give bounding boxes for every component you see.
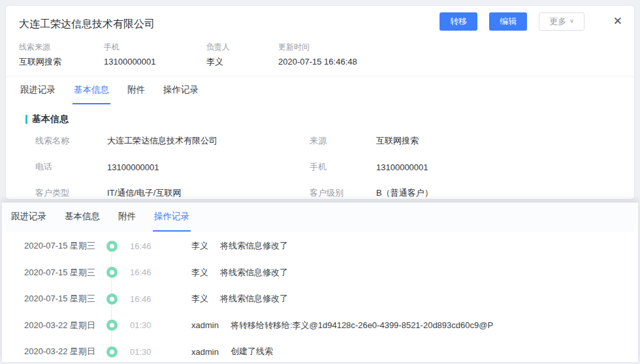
detail-tabs: 跟进记录 基本信息 附件 操作记录 — [6, 77, 634, 104]
tab-followup-records[interactable]: 跟进记录 — [10, 203, 48, 232]
timeline-marker — [100, 267, 123, 278]
field-customer-level: 客户级别 B（普通客户） — [310, 187, 621, 199]
field-label: 客户级别 — [310, 187, 376, 199]
timeline-action: 将线索信息修改了 — [220, 240, 288, 252]
timeline-action: 将转移给转移给:李义@1d94128c-26e0-4399-8521-20d89… — [231, 320, 493, 331]
timeline-dot-icon — [106, 294, 118, 305]
timeline-time: 16:46 — [123, 241, 191, 251]
timeline-user: xadmin — [191, 320, 219, 330]
timeline-row: 2020-07-15 星期三 16:46 李义 将线索信息修改了 — [2, 286, 638, 312]
operation-log-panel: 跟进记录 基本信息 附件 操作记录 2020-07-15 星期三 16:46 李… — [1, 202, 639, 363]
section-title-text: 基本信息 — [32, 114, 69, 125]
timeline-time: 16:46 — [123, 294, 191, 304]
basic-info-section: 基本信息 线索名称 大连工荣达信息技术有限公司 来源 互联网搜索 电话 1310… — [6, 104, 634, 200]
timeline-dot-icon — [106, 241, 118, 252]
field-label: 电话 — [35, 161, 107, 173]
timeline-dot-icon — [106, 267, 118, 278]
timeline-time: 01:30 — [123, 347, 191, 357]
timeline-row: 2020-03-22 星期日 01:30 xadmin 创建了线索 — [2, 339, 638, 364]
field-customer-type: 客户类型 IT/通信/电子/互联网 — [19, 187, 310, 199]
timeline-row: 2020-03-22 星期日 01:30 xadmin 将转移给转移给:李义@1… — [2, 312, 638, 339]
summary-value: 2020-07-15 16:46:48 — [278, 54, 357, 70]
summary-label: 手机 — [104, 41, 206, 53]
timeline-marker — [100, 346, 123, 357]
info-row: 线索名称 大连工荣达信息技术有限公司 来源 互联网搜索 — [19, 128, 621, 154]
timeline-date: 2020-07-15 星期三 — [24, 293, 100, 305]
operation-panel-tabs: 跟进记录 基本信息 附件 操作记录 — [2, 203, 638, 232]
tab-attachments[interactable]: 附件 — [117, 203, 137, 232]
summary-owner: 负责人 李义 — [206, 41, 278, 70]
field-value: B（普通客户） — [376, 187, 433, 199]
more-button-label: 更多 — [549, 16, 566, 27]
timeline-user: 李义 — [191, 240, 208, 252]
operation-timeline: 2020-07-15 星期三 16:46 李义 将线索信息修改了 2020-07… — [2, 232, 638, 364]
summary-updated-time: 更新时间 2020-07-15 16:46:48 — [278, 41, 357, 70]
timeline-user: xadmin — [191, 347, 219, 357]
info-row: 电话 13100000001 手机 13100000001 — [19, 154, 621, 180]
field-label: 客户类型 — [35, 187, 107, 199]
field-source: 来源 互联网搜索 — [310, 135, 621, 147]
timeline-dot-icon — [106, 346, 118, 357]
timeline-user: 李义 — [191, 293, 208, 305]
card-header: 大连工荣达信息技术有限公司 转移 编辑 更多∨ ✕ — [6, 6, 634, 36]
field-mobile: 手机 13100000001 — [310, 161, 621, 173]
field-label: 手机 — [310, 161, 376, 173]
lead-detail-card: 大连工荣达信息技术有限公司 转移 编辑 更多∨ ✕ 线索来源 互联网搜索 手机 … — [5, 5, 635, 200]
lead-summary: 线索来源 互联网搜索 手机 13100000001 负责人 李义 更新时间 20… — [6, 36, 634, 70]
tab-attachments[interactable]: 附件 — [126, 77, 146, 104]
tab-operation-records[interactable]: 操作记录 — [162, 77, 200, 104]
field-phone: 电话 13100000001 — [19, 161, 310, 173]
timeline-action: 创建了线索 — [231, 346, 273, 357]
field-value: 互联网搜索 — [376, 135, 419, 147]
close-icon[interactable]: ✕ — [613, 12, 622, 31]
field-value: IT/通信/电子/互联网 — [107, 187, 181, 199]
more-button[interactable]: 更多∨ — [539, 12, 584, 31]
summary-value: 13100000001 — [104, 54, 206, 70]
timeline-marker — [100, 241, 123, 252]
timeline-time: 16:46 — [123, 267, 191, 277]
summary-lead-source: 线索来源 互联网搜索 — [19, 41, 104, 70]
summary-label: 更新时间 — [278, 41, 357, 53]
summary-mobile: 手机 13100000001 — [104, 41, 206, 70]
timeline-date: 2020-07-15 星期三 — [24, 240, 100, 252]
summary-value: 互联网搜索 — [19, 54, 104, 70]
timeline-row: 2020-07-15 星期三 16:46 李义 将线索信息修改了 — [2, 233, 638, 260]
timeline-date: 2020-07-15 星期三 — [24, 267, 100, 279]
tab-operation-records[interactable]: 操作记录 — [153, 203, 191, 232]
timeline-user: 李义 — [191, 267, 208, 279]
timeline-marker — [100, 294, 123, 305]
timeline-date: 2020-03-22 星期日 — [24, 346, 100, 357]
field-lead-name: 线索名称 大连工荣达信息技术有限公司 — [19, 135, 310, 147]
field-value: 大连工荣达信息技术有限公司 — [107, 135, 217, 147]
summary-value: 李义 — [206, 54, 278, 70]
info-row: 客户类型 IT/通信/电子/互联网 客户级别 B（普通客户） — [19, 180, 621, 200]
tab-basic-info[interactable]: 基本信息 — [72, 77, 110, 104]
timeline-time: 01:30 — [123, 320, 191, 330]
transfer-button[interactable]: 转移 — [440, 12, 477, 31]
section-title: 基本信息 — [25, 114, 621, 125]
tab-followup-records[interactable]: 跟进记录 — [19, 77, 57, 104]
summary-label: 负责人 — [206, 41, 278, 53]
summary-label: 线索来源 — [19, 41, 104, 53]
timeline-dot-icon — [106, 320, 118, 331]
timeline-date: 2020-03-22 星期日 — [24, 320, 100, 331]
timeline-marker — [100, 320, 123, 331]
field-label: 来源 — [310, 135, 376, 147]
field-value: 13100000001 — [107, 162, 159, 172]
timeline-row: 2020-07-15 星期三 16:46 李义 将线索信息修改了 — [2, 260, 638, 286]
edit-button[interactable]: 编辑 — [489, 12, 527, 31]
tab-basic-info[interactable]: 基本信息 — [63, 203, 101, 232]
field-label: 线索名称 — [35, 135, 107, 147]
header-actions: 转移 编辑 更多∨ ✕ — [440, 12, 622, 31]
chevron-down-icon: ∨ — [569, 18, 574, 24]
timeline-action: 将线索信息修改了 — [220, 267, 288, 279]
section-accent-bar — [25, 115, 27, 124]
timeline-action: 将线索信息修改了 — [220, 293, 288, 305]
field-value: 13100000001 — [376, 162, 428, 172]
